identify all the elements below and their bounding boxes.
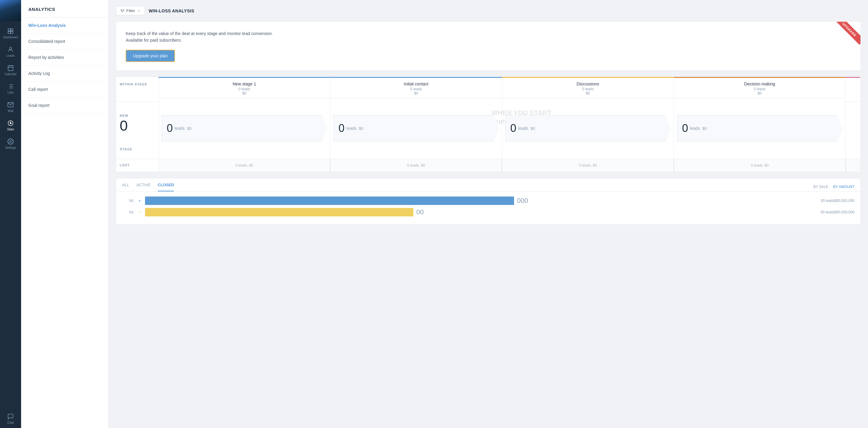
upgrade-plan-button[interactable]: Upgrade your plan (126, 50, 175, 62)
chart-row-1: 0d. 000 00 leads$00,000,000 (122, 197, 855, 205)
upgrade-card-text: Keep track of the value of the deal at e… (126, 30, 331, 44)
chart-meta-1: 00 leads$00,000,000 (821, 199, 855, 203)
stage-header-2: Initial contact 0 leads $0 (331, 77, 502, 98)
svg-rect-2 (8, 31, 10, 33)
chevron-right-icon (137, 9, 141, 13)
tab-closed[interactable]: CLOSED (158, 182, 174, 191)
tab-active[interactable]: ACTIVE (136, 182, 150, 191)
svg-rect-3 (11, 31, 13, 33)
sort-by-sale[interactable]: BY SALE (813, 185, 829, 189)
svg-point-17 (10, 122, 11, 124)
new-label: NEW (120, 114, 128, 117)
app-logo (0, 0, 21, 21)
stage-header-1: New stage 1 0 leads $0 (159, 77, 330, 98)
stage-header-3: Discussions 0 leads $0 (502, 77, 674, 98)
chart-row-2: 0d. 00 00 leads$00,000,000 (122, 208, 855, 217)
sidebar: ANALYTICS Win-Loss Analysis Consolidated… (21, 0, 108, 428)
sidebar-item-calendar[interactable]: Calendar (0, 61, 21, 79)
sidebar-item-lists[interactable]: Lists (0, 79, 21, 98)
page-title: WIN-LOSS ANALYSIS (149, 8, 194, 13)
chart-count-2: 00 (416, 208, 424, 216)
sidebar-item-stats-label: Stats (7, 128, 14, 131)
bottom-chart: 0d. 000 00 leads$00,000,000 0d. 00 00 le… (116, 192, 861, 224)
stage-body-4: 0 leads $0 (674, 98, 845, 159)
chart-bar-1 (145, 197, 514, 205)
filter-button[interactable]: Filter (116, 6, 145, 16)
sidebar-item-chat[interactable]: Chat (0, 409, 21, 428)
stage-body-3: 0 leads $0 (502, 98, 674, 159)
sidebar-title: ANALYTICS (21, 0, 108, 18)
bottom-tabs: ALL ACTIVE CLOSED BY SALE BY AMOUNT (116, 178, 861, 192)
bottom-card: ALL ACTIVE CLOSED BY SALE BY AMOUNT 0d. … (116, 178, 861, 225)
upgrade-ribbon: UPGRADE (833, 22, 861, 49)
sidebar-item-stats[interactable]: Stats (0, 116, 21, 135)
icon-navigation: Dashboard Leads Calendar Lists Mail Stat… (0, 0, 21, 428)
sidebar-item-activity-log[interactable]: Activity Log (21, 65, 108, 82)
lost-cell-2: 0 leads, $0 (330, 159, 502, 172)
sidebar-item-goal-report[interactable]: Goal report (21, 97, 108, 113)
stage-body-1: 0 leads $0 (159, 98, 330, 159)
sidebar-item-settings[interactable]: Settings (0, 135, 21, 153)
sidebar-item-mail[interactable]: Mail (0, 98, 21, 116)
sort-by-amount[interactable]: BY AMOUNT (833, 185, 855, 189)
svg-rect-5 (8, 66, 13, 71)
svg-point-4 (9, 48, 11, 50)
stage-body-2: 0 leads $0 (331, 98, 502, 159)
chart-indicator-1 (139, 200, 140, 201)
svg-rect-0 (8, 29, 10, 31)
chart-meta-2: 00 leads$00,000,000 (821, 210, 855, 214)
stage-label: STAGE (120, 147, 132, 151)
sidebar-item-chat-label: Chat (7, 421, 13, 424)
sidebar-item-report-activities[interactable]: Report by activities (21, 50, 108, 65)
sidebar-item-dashboard[interactable]: Dashboard (0, 24, 21, 42)
sidebar-item-calendar-label: Calendar (4, 73, 17, 76)
sidebar-item-win-loss[interactable]: Win-Loss Analysis (21, 18, 108, 33)
sidebar-item-call-report[interactable]: Call report (21, 82, 108, 97)
pipeline-card: WITHIN STAGE NEW 0 STAGE WHEN YOU STARTP… (116, 77, 861, 172)
svg-rect-1 (11, 29, 13, 31)
sidebar-item-mail-label: Mail (8, 109, 13, 113)
new-count: 0 (120, 117, 128, 134)
chart-bar-wrap-1: 000 (145, 197, 816, 205)
lost-row: LOST 0 leads, $0 0 leads, $0 0 leads, $0… (116, 159, 861, 172)
stage-header-4: Decision making 0 leads $0 (674, 77, 845, 98)
chart-label-1: 0d. (122, 199, 134, 203)
sort-options: BY SALE BY AMOUNT (813, 185, 855, 189)
filter-icon (120, 9, 125, 13)
sidebar-item-consolidated[interactable]: Consolidated report (21, 33, 108, 50)
chart-bar-wrap-2: 00 (145, 208, 816, 217)
sidebar-item-settings-label: Settings (5, 146, 16, 149)
lost-cell-4: 0 leads, $0 (674, 159, 845, 172)
lost-cell-3: 0 leads, $0 (502, 159, 674, 172)
chart-count-1: 000 (517, 197, 528, 205)
upgrade-card: Keep track of the value of the deal at e… (116, 22, 861, 70)
main-content: Filter WIN-LOSS ANALYSIS Keep track of t… (108, 0, 868, 428)
sidebar-item-leads-label: Leads (6, 54, 14, 57)
chart-indicator-2 (139, 211, 140, 213)
sidebar-item-lists-label: Lists (7, 91, 14, 94)
tab-all[interactable]: ALL (122, 182, 129, 191)
sidebar-item-leads[interactable]: Leads (0, 42, 21, 61)
lost-cell-1: 0 leads, $0 (158, 159, 330, 172)
chart-bar-2 (145, 208, 413, 217)
sidebar-item-dashboard-label: Dashboard (3, 36, 18, 39)
within-stage-label: WITHIN STAGE (120, 82, 155, 86)
lost-label: LOST (116, 159, 158, 172)
upgrade-ribbon-label: UPGRADE (834, 22, 861, 45)
top-bar: Filter WIN-LOSS ANALYSIS (116, 6, 861, 16)
svg-point-18 (10, 141, 11, 142)
chart-label-2: 0d. (122, 210, 134, 214)
